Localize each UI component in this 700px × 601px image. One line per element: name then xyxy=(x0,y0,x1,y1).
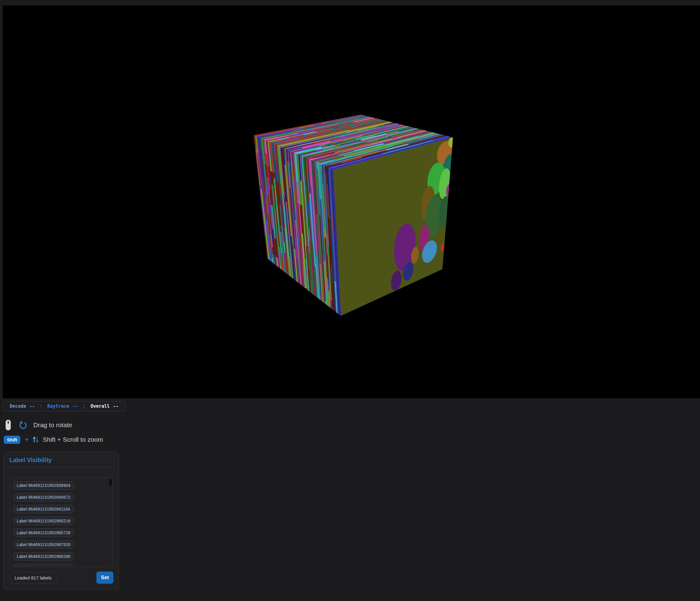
stat-raytrace: Raytrace-- xyxy=(47,404,78,409)
scroll-arrows-icon xyxy=(32,436,39,443)
shift-key-badge: Shift xyxy=(4,436,20,444)
zoom-hint-text: Shift + Scroll to zoom xyxy=(43,436,103,443)
render-canvas[interactable] xyxy=(3,5,700,398)
label-toggle-button[interactable]: Label 864691131952940672 xyxy=(13,493,74,502)
zoom-hint: Shift + Shift + Scroll to zoom xyxy=(4,435,103,444)
panel-title: Label Visibility xyxy=(9,457,119,463)
stat-decode: Decode-- xyxy=(10,404,35,409)
label-toggle-button[interactable]: Label 864691131952987520 xyxy=(13,540,74,549)
panel-divider xyxy=(9,467,116,467)
label-toggle-button[interactable]: Label 864691131952988288 xyxy=(13,552,74,561)
rotate-arrow-icon xyxy=(19,420,28,430)
performance-stats-bar: Decode--|Raytrace--|Overall-- xyxy=(3,401,126,411)
rotate-hint: Drag to rotate xyxy=(5,419,72,431)
mouse-icon xyxy=(5,419,11,431)
set-button[interactable]: Set xyxy=(96,572,114,584)
list-scrollbar-thumb[interactable] xyxy=(109,479,111,486)
plus-sign: + xyxy=(25,436,28,443)
stat-divider: | xyxy=(83,404,86,409)
label-toggle-button[interactable]: Label 864691131952941184 xyxy=(13,505,74,513)
stat-overall: Overall-- xyxy=(91,404,119,409)
stat-divider: | xyxy=(40,404,43,409)
rotate-hint-text: Drag to rotate xyxy=(33,422,72,429)
label-visibility-panel: Label Visibility Label 86469113195293990… xyxy=(3,452,119,590)
label-toggle-button[interactable]: Label 864691131952939904 xyxy=(13,481,74,490)
volume-render-cube xyxy=(3,5,700,398)
label-toggle-button[interactable]: Label 864691131952985216 xyxy=(13,516,74,525)
label-toggle-button[interactable]: Label 864691131952985728 xyxy=(13,528,74,537)
labels-loaded-status: Loaded 817 labels xyxy=(9,572,57,584)
label-toggle-button[interactable]: Label 864691132075367288 xyxy=(13,564,74,567)
label-list[interactable]: Label 864691131952939904Label 8646911319… xyxy=(10,477,113,567)
